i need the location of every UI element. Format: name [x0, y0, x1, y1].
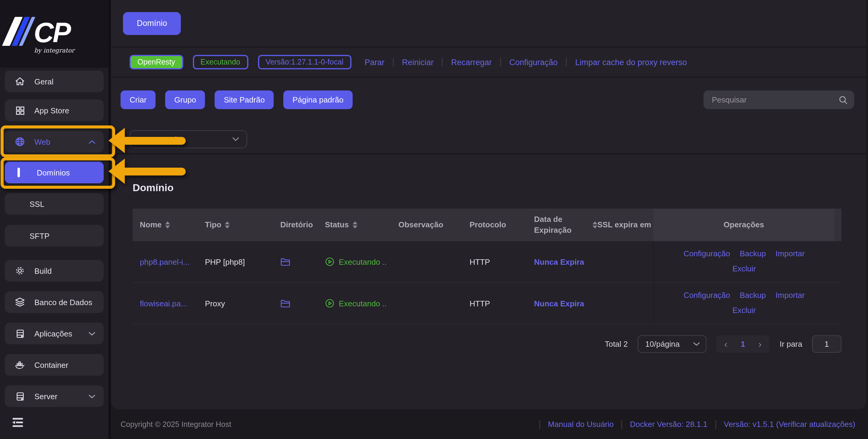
restart-link[interactable]: Reiniciar — [402, 58, 434, 67]
page-size-select[interactable]: 10/página — [638, 335, 706, 353]
column-header-diretorio: Diretório — [280, 220, 325, 230]
domain-name-link[interactable]: php8.panel-i... — [140, 257, 190, 266]
sidebar-item-label: Banco de Dados — [34, 298, 92, 306]
status-cell: Executando .. — [325, 257, 398, 266]
domain-table: Nome Tipo Diretório Status Observação Pr… — [133, 209, 841, 324]
title-strip: Domínio — [111, 0, 866, 48]
column-header-nome[interactable]: Nome — [133, 220, 205, 230]
default-site-button[interactable]: Site Padrão — [215, 90, 274, 109]
separator — [500, 58, 501, 66]
backup-link[interactable]: Backup — [740, 289, 766, 303]
sidebar-item-banco-de-dados[interactable]: Banco de Dados — [5, 291, 104, 313]
status-text: Executando .. — [339, 257, 387, 266]
clear-proxy-cache-link[interactable]: Limpar cache do proxy reverso — [575, 58, 687, 67]
next-page-icon[interactable]: › — [758, 339, 762, 349]
logo-tagline: by integrator — [0, 47, 108, 54]
sort-icon — [592, 221, 597, 229]
globe-icon — [14, 136, 25, 147]
prev-page-icon[interactable]: ‹ — [724, 339, 727, 349]
main-area: Domínio OpenResty Executando Versão:1.27… — [111, 0, 868, 439]
sidebar-collapse-icon[interactable] — [11, 417, 25, 428]
column-header-data-expiracao[interactable]: Data de Expiração — [534, 214, 597, 235]
delete-link[interactable]: Excluir — [733, 262, 756, 276]
goto-label: Ir para — [780, 340, 802, 349]
domain-table-section: Domínio Nome Tipo Diretório Status Obser… — [111, 182, 866, 353]
expiry-link[interactable]: Nunca Expira — [534, 299, 584, 308]
server-icon — [14, 328, 25, 339]
table-row: flowiseai.pa... Proxy Executando .. — [133, 283, 841, 324]
group-button[interactable]: Grupo — [165, 90, 205, 109]
import-link[interactable]: Importar — [775, 289, 805, 303]
sidebar-item-label: Aplicações — [34, 329, 72, 338]
folder-icon[interactable] — [280, 257, 290, 266]
separator — [393, 58, 394, 66]
search-icon[interactable] — [838, 95, 848, 105]
protocol-cell: HTTP — [470, 257, 534, 266]
column-header-tipo[interactable]: Tipo — [205, 220, 280, 230]
sidebar-item-server[interactable]: Server — [5, 385, 104, 407]
expiry-link[interactable]: Nunca Expira — [534, 257, 584, 266]
user-manual-link[interactable]: Manual do Usuário — [548, 420, 614, 429]
group-filter-value: Grupo: Tudo — [137, 135, 181, 144]
sidebar-item-geral[interactable]: Geral — [5, 70, 104, 92]
separator — [715, 420, 716, 429]
sidebar-item-container[interactable]: Container — [5, 354, 104, 376]
docker-icon — [14, 359, 25, 370]
column-header-status[interactable]: Status — [325, 220, 398, 230]
sort-icon — [225, 221, 230, 229]
sidebar-item-build[interactable]: Build — [5, 260, 104, 282]
create-button[interactable]: Criar — [121, 90, 156, 109]
gear-icon — [14, 265, 25, 276]
current-page[interactable]: 1 — [741, 340, 745, 349]
app-window: CP by integrator Geral App Store Web — [0, 0, 868, 439]
sidebar-item-web[interactable]: Web — [5, 131, 104, 152]
sidebar-item-label: Container — [34, 360, 68, 369]
table-row: php8.panel-i... PHP [php8] Executando .. — [133, 241, 841, 283]
sidebar-item-ssl[interactable]: SSL — [5, 193, 104, 215]
operations-cell: Configuração Backup Importar Excluir — [653, 241, 834, 282]
play-circle-icon — [325, 257, 335, 266]
chevron-up-icon — [89, 140, 95, 144]
sidebar-item-label: App Store — [34, 106, 69, 115]
sidebar-item-dominios[interactable]: Domínios — [5, 162, 104, 183]
configuration-link[interactable]: Configuração — [509, 58, 558, 67]
default-page-button[interactable]: Página padrão — [284, 90, 352, 109]
domain-type: Proxy — [205, 299, 280, 308]
config-link[interactable]: Configuração — [684, 247, 730, 262]
sort-icon — [352, 221, 357, 229]
goto-page-input[interactable] — [812, 335, 841, 353]
sidebar: CP by integrator Geral App Store Web — [0, 0, 108, 439]
service-actions: Parar Reiniciar Recarregar Configuração … — [365, 58, 687, 67]
import-link[interactable]: Importar — [775, 247, 805, 262]
search-input[interactable] — [711, 95, 838, 105]
sidebar-item-app-store[interactable]: App Store — [5, 99, 104, 121]
sidebar-item-label: SSL — [30, 199, 44, 208]
docker-version-link[interactable]: Docker Versão: 28.1.1 — [630, 420, 707, 429]
sidebar-item-label: Domínios — [37, 168, 70, 177]
dominio-tab-button[interactable]: Domínio — [123, 12, 181, 35]
sidebar-item-sftp[interactable]: SFTP — [5, 225, 104, 246]
sidebar-item-aplicacoes[interactable]: Aplicações — [5, 323, 104, 344]
column-header-observacao: Observação — [398, 220, 470, 230]
server-icon — [14, 391, 25, 402]
domain-name-link[interactable]: flowiseai.pa... — [140, 299, 187, 308]
separator — [539, 420, 540, 429]
reload-link[interactable]: Recarregar — [451, 58, 492, 67]
group-filter-select[interactable]: Grupo: Tudo — [130, 130, 247, 148]
backup-link[interactable]: Backup — [740, 247, 766, 262]
sidebar-item-label: Geral — [34, 77, 54, 86]
status-cell: Executando .. — [325, 298, 398, 308]
toolbar: Criar Grupo Site Padrão Página padrão — [111, 78, 866, 109]
column-header-ssl-expira: SSL expira em — [597, 220, 653, 230]
stop-link[interactable]: Parar — [365, 58, 384, 67]
toolbar-section: Criar Grupo Site Padrão Página padrão Gr… — [111, 78, 866, 154]
chevron-down-icon — [89, 331, 95, 335]
footer-links: Manual do Usuário Docker Versão: 28.1.1 … — [539, 420, 855, 429]
panel-version-link[interactable]: Versão: v1.5.1 (Verificar atualizações) — [724, 420, 855, 429]
grid-icon — [14, 105, 25, 116]
config-link[interactable]: Configuração — [684, 289, 730, 303]
chevron-down-icon — [693, 342, 700, 346]
delete-link[interactable]: Excluir — [733, 303, 756, 318]
folder-icon[interactable] — [280, 299, 290, 308]
table-title: Domínio — [133, 182, 866, 194]
